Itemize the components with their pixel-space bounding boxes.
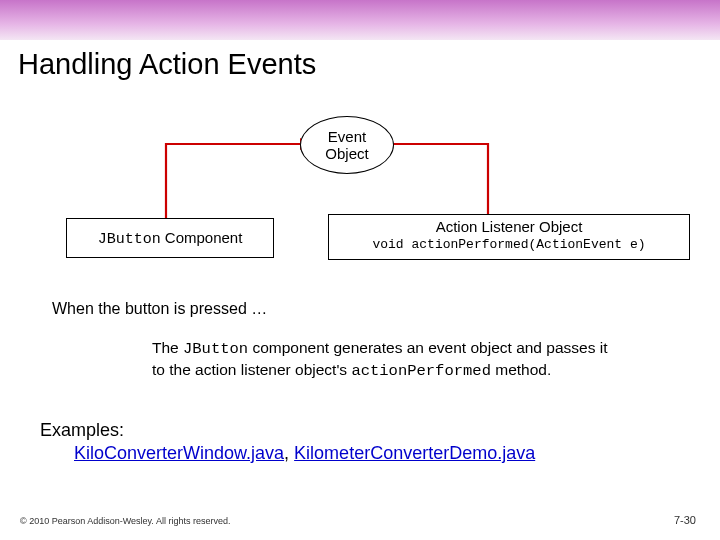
- example-link-1[interactable]: KiloConverterWindow.java: [74, 443, 284, 463]
- copyright: © 2010 Pearson Addison-Wesley. All right…: [20, 516, 230, 526]
- page-number: 7-30: [674, 514, 696, 526]
- body-post: method.: [491, 361, 551, 378]
- when-caption: When the button is pressed …: [52, 300, 267, 318]
- event-node-line2: Object: [301, 145, 393, 162]
- slide-title: Handling Action Events: [18, 48, 316, 81]
- jbutton-component-box: JButton Component: [66, 218, 274, 258]
- examples-block: Examples: KiloConverterWindow.java, Kilo…: [40, 420, 535, 464]
- body-code-jbutton: JButton: [183, 340, 248, 358]
- examples-label: Examples:: [40, 420, 124, 440]
- listener-signature: void actionPerformed(ActionEvent e): [329, 237, 689, 252]
- event-diagram: Event Object JButton Component Action Li…: [0, 100, 720, 290]
- listener-title: Action Listener Object: [329, 218, 689, 235]
- action-listener-box: Action Listener Object void actionPerfor…: [328, 214, 690, 260]
- header-gradient: [0, 0, 720, 40]
- examples-sep: ,: [284, 443, 294, 463]
- event-node-line1: Event: [301, 128, 393, 145]
- jbutton-plain: Component: [161, 229, 243, 246]
- jbutton-code: JButton: [98, 231, 161, 248]
- body-code-actionperformed: actionPerformed: [351, 362, 491, 380]
- body-paragraph: The JButton component generates an event…: [152, 338, 622, 382]
- body-pre: The: [152, 339, 183, 356]
- event-object-node: Event Object: [300, 116, 394, 174]
- example-link-2[interactable]: KilometerConverterDemo.java: [294, 443, 535, 463]
